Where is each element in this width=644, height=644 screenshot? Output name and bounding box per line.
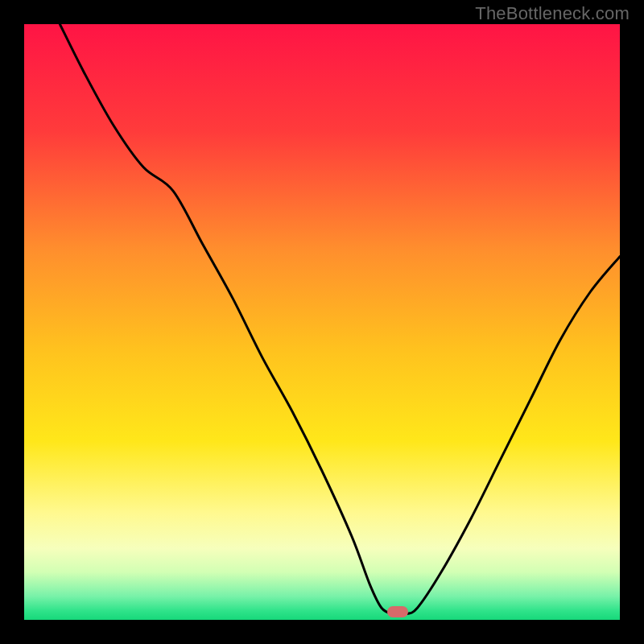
attribution-text: TheBottleneck.com [475,3,630,24]
gradient-background [24,24,620,620]
plot-area [24,24,620,620]
gradient-rect [24,24,620,620]
